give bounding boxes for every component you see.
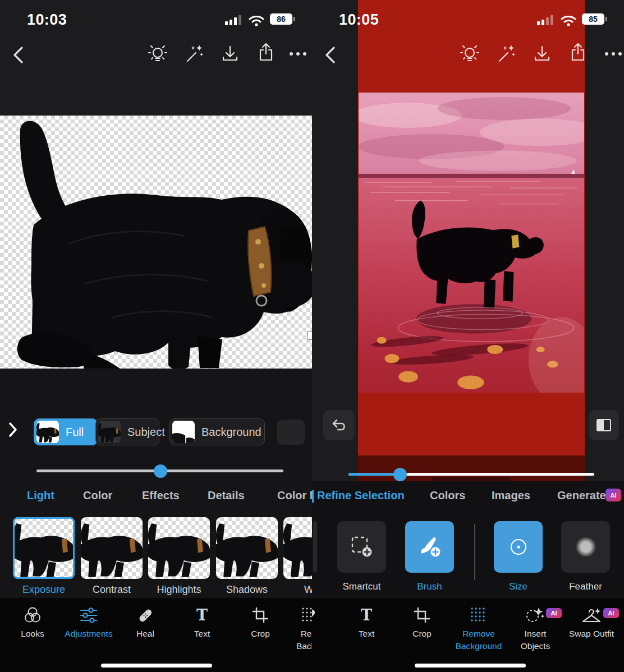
crop-icon [414,607,430,624]
remove-background-dots-icon [300,607,312,624]
tool-label: Brush [405,581,454,592]
tab-light[interactable]: Light [27,489,54,502]
preset-contrast[interactable] [81,517,143,579]
magic-wand-icon[interactable] [496,43,516,66]
toolbar-item-text[interactable]: T Text [337,607,396,640]
toolbar-item-text[interactable]: T Text [173,607,231,640]
mask-tab-label: Subject [127,426,165,439]
more-ellipsis-icon[interactable] [288,49,308,58]
share-icon[interactable] [256,42,276,66]
tips-lightbulb-icon[interactable] [148,43,168,66]
tool-smartcut[interactable] [337,521,386,573]
crop-icon [252,607,269,624]
phone-left-screenshot: 10:03 86 [0,0,312,672]
empty-mask-tile[interactable] [277,420,305,445]
heal-bandaid-icon [136,607,154,624]
mask-tab-background[interactable]: Background [169,418,265,445]
image-canvas[interactable] [0,116,312,369]
cellular-icon [537,15,555,26]
battery-nub [293,17,295,21]
preset-shadows[interactable] [216,517,278,579]
home-indicator[interactable] [415,664,526,668]
swap-outfit-hanger-icon [581,607,602,624]
tab-color[interactable]: Color [83,489,112,502]
toolbar-item-heal-partial[interactable]: l [312,607,338,640]
slider-shadow [432,477,511,481]
insert-objects-icon [525,607,545,624]
tool-group-divider [474,524,475,580]
wifi-icon [560,14,577,26]
toolbar-item-remove-background[interactable]: Remove Background [449,607,508,652]
wifi-icon [248,14,265,26]
tips-lightbulb-icon[interactable] [460,43,480,66]
share-icon[interactable] [568,42,588,66]
tab-colors[interactable]: Colors [430,489,465,502]
mask-tab-full[interactable]: Full [34,418,98,445]
subject-mask-thumbnail [98,421,121,443]
battery-indicator: 85 [582,13,604,25]
feather-icon [576,537,596,557]
undo-button[interactable] [323,410,355,440]
screenshot-stage: 10:03 86 [0,0,624,672]
phone-right-screenshot: 10:05 85 [312,0,624,672]
preset-whites[interactable] [283,517,312,579]
swap-outfit-ai-badge: AI [603,608,619,618]
toolbar-item-adjustments[interactable]: Adjustments [59,607,118,640]
heal-bandaid-icon [312,607,318,624]
cut-tab-sliver [312,490,314,503]
preset-label: Whit [283,584,312,596]
tab-color-mix[interactable]: Color Mi [277,489,312,502]
tab-effects[interactable]: Effects [142,489,180,502]
preset-exposure[interactable] [13,517,75,579]
photo-canvas[interactable] [359,93,584,393]
toolbar-item-looks[interactable]: Looks [3,607,62,640]
generate-ai-badge: AI [605,489,621,501]
adjust-slider-handle[interactable] [154,464,167,478]
dog-cutout-image [0,116,312,369]
text-tool-icon: T [361,607,372,624]
tool-brush[interactable] [405,521,454,573]
size-circle-icon [507,536,530,558]
looks-icon [23,607,42,624]
home-indicator[interactable] [101,664,212,668]
download-icon[interactable] [220,43,240,66]
insert-objects-ai-badge: AI [546,608,562,618]
brush-size-slider-handle[interactable] [393,468,407,481]
dog-in-water-photo [359,93,584,393]
battery-nub [605,17,607,21]
cut-tool-tile-sliver [313,521,317,573]
expand-masks-chevron-icon[interactable] [8,422,18,438]
tab-refine-selection[interactable]: Refine Selection [317,489,405,502]
back-button[interactable] [322,45,339,65]
background-mask-thumbnail [172,421,195,443]
back-button[interactable] [10,45,27,65]
tab-generate[interactable]: Generate [557,489,606,502]
preset-highlights[interactable] [148,517,210,579]
tab-images[interactable]: Images [492,489,530,502]
download-icon[interactable] [532,43,552,66]
toolbar-item-crop[interactable]: Crop [393,607,451,640]
tool-label: Feather [561,581,610,592]
tool-feather[interactable] [561,521,610,573]
more-ellipsis-icon[interactable] [604,49,623,58]
status-time: 10:05 [339,11,379,29]
mask-tab-subject[interactable]: Subject [95,418,159,445]
adjustments-icon [80,607,98,624]
preset-label: Shadows [216,584,278,596]
smartcut-icon [350,535,374,559]
tab-details[interactable]: Details [208,489,245,502]
tool-label: Size [494,581,543,592]
remove-background-dots-icon [469,607,488,624]
preset-label: Contrast [81,584,143,596]
mask-tab-label: Full [66,426,84,439]
tool-size[interactable] [494,521,543,573]
compare-button[interactable] [589,410,619,440]
toolbar-item-remove-background[interactable]: Rem Backgr [281,607,312,652]
resize-handle[interactable] [308,331,312,340]
compare-split-icon [596,418,612,432]
status-time: 10:03 [27,11,67,29]
brush-icon [417,535,442,559]
undo-icon [331,417,347,433]
magic-wand-icon[interactable] [184,43,204,66]
toolbar-item-heal[interactable]: Heal [116,607,175,640]
